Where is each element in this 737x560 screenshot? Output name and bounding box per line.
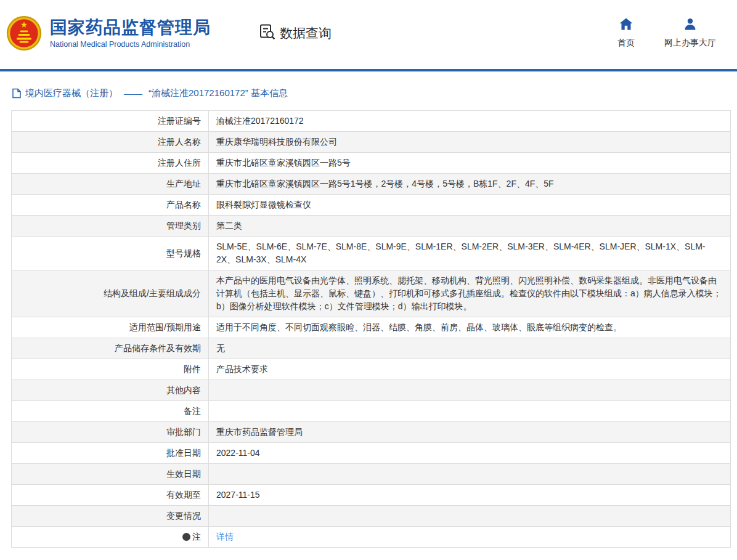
header-left: 国家药品监督管理局 National Medical Products Admi… bbox=[6, 15, 332, 51]
row-value: SLM-5E、SLM-6E、SLM-7E、SLM-8E、SLM-9E、SLM-1… bbox=[209, 237, 731, 270]
row-value: 重庆市北碚区童家溪镇园区一路5号 bbox=[209, 153, 731, 174]
row-label: 注册人名称 bbox=[12, 132, 209, 153]
info-table: 注册证编号渝械注准20172160172注册人名称重庆康华瑞明科技股份有限公司注… bbox=[11, 110, 731, 548]
row-value: 2027-11-15 bbox=[209, 485, 731, 506]
table-row: 结构及组成/主要组成成分本产品中的医用电气设备由光学体、照明系统、腮托架、移动机… bbox=[12, 270, 731, 317]
note-icon bbox=[182, 533, 190, 541]
table-row: 注册人住所重庆市北碚区童家溪镇园区一路5号 bbox=[12, 153, 731, 174]
row-value: 2022-11-04 bbox=[209, 443, 731, 464]
info-table-wrap: 注册证编号渝械注准20172160172注册人名称重庆康华瑞明科技股份有限公司注… bbox=[0, 109, 737, 554]
home-icon bbox=[619, 18, 633, 38]
row-label: 产品名称 bbox=[12, 195, 209, 216]
row-label: 生效日期 bbox=[12, 464, 209, 485]
row-label: 批准日期 bbox=[12, 443, 209, 464]
site-header: 国家药品监督管理局 National Medical Products Admi… bbox=[0, 0, 737, 69]
row-label: 产品储存条件及有效期 bbox=[12, 338, 209, 359]
row-label: 备注 bbox=[12, 401, 209, 422]
row-value: 详情 bbox=[209, 527, 731, 548]
row-value: 产品技术要求 bbox=[209, 359, 731, 380]
table-row: 生效日期 bbox=[12, 464, 731, 485]
row-value: 第二类 bbox=[209, 216, 731, 237]
table-row: 生产地址重庆市北碚区童家溪镇园区一路5号1号楼，2号楼，4号楼，5号楼，B栋1F… bbox=[12, 174, 731, 195]
row-label: 管理类别 bbox=[12, 216, 209, 237]
row-label: 附件 bbox=[12, 359, 209, 380]
row-value: 重庆市北碚区童家溪镇园区一路5号1号楼，2号楼，4号楼，5号楼，B栋1F、2F、… bbox=[209, 174, 731, 195]
row-value bbox=[209, 401, 731, 422]
nav-home-label: 首页 bbox=[617, 38, 635, 49]
table-row: 变更情况 bbox=[12, 506, 731, 527]
row-label: 审批部门 bbox=[12, 422, 209, 443]
data-query-title: 数据查询 bbox=[280, 25, 332, 42]
table-row: 型号规格SLM-5E、SLM-6E、SLM-7E、SLM-8E、SLM-9E、S… bbox=[12, 237, 731, 270]
table-row: 附件产品技术要求 bbox=[12, 359, 731, 380]
table-row: 管理类别第二类 bbox=[12, 216, 731, 237]
row-value: 眼科裂隙灯显微镜检查仪 bbox=[209, 195, 731, 216]
nav-home[interactable]: 首页 bbox=[617, 18, 635, 49]
person-icon bbox=[684, 18, 696, 38]
info-table-body: 注册证编号渝械注准20172160172注册人名称重庆康华瑞明科技股份有限公司注… bbox=[12, 111, 731, 548]
breadcrumb-category: 境内医疗器械（注册） bbox=[25, 87, 118, 99]
row-label: 适用范围/预期用途 bbox=[12, 317, 209, 338]
org-names: 国家药品监督管理局 National Medical Products Admi… bbox=[50, 18, 211, 49]
table-row: 有效期至2027-11-15 bbox=[12, 485, 731, 506]
breadcrumb: 境内医疗器械（注册） —— “渝械注准20172160172” 基本信息 bbox=[0, 71, 737, 109]
row-value: 渝械注准20172160172 bbox=[209, 111, 731, 132]
table-row: 审批部门重庆市药品监督管理局 bbox=[12, 422, 731, 443]
national-emblem-logo bbox=[6, 15, 42, 51]
row-value bbox=[209, 506, 731, 527]
row-label: 生产地址 bbox=[12, 174, 209, 195]
row-label: 结构及组成/主要组成成分 bbox=[12, 270, 209, 317]
table-row: 备注 bbox=[12, 401, 731, 422]
table-row: 注册证编号渝械注准20172160172 bbox=[12, 111, 731, 132]
data-query-icon bbox=[259, 23, 280, 43]
page-title: “渝械注准20172160172” 基本信息 bbox=[149, 87, 288, 99]
row-label: 注 bbox=[12, 527, 209, 548]
row-value: 重庆康华瑞明科技股份有限公司 bbox=[209, 132, 731, 153]
table-row: 注详情 bbox=[12, 527, 731, 548]
row-value: 本产品中的医用电气设备由光学体、照明系统、腮托架、移动机构、背光照明、闪光照明补… bbox=[209, 270, 731, 317]
table-row: 批准日期2022-11-04 bbox=[12, 443, 731, 464]
nav-service-hall-label: 网上办事大厅 bbox=[664, 38, 716, 49]
header-nav: 首页 网上办事大厅 bbox=[617, 18, 716, 49]
breadcrumb-separator: —— bbox=[124, 88, 142, 99]
row-label: 其他内容 bbox=[12, 380, 209, 401]
row-value: 适用于不同角度、不同切面观察眼睑、泪器、结膜、角膜、前房、晶体、玻璃体、眼底等组… bbox=[209, 317, 731, 338]
row-value: 无 bbox=[209, 338, 731, 359]
table-row: 其他内容 bbox=[12, 380, 731, 401]
document-icon bbox=[12, 88, 21, 99]
data-query-section: 数据查询 bbox=[259, 23, 332, 43]
row-value bbox=[209, 380, 731, 401]
detail-link[interactable]: 详情 bbox=[216, 532, 234, 542]
org-name-cn: 国家药品监督管理局 bbox=[50, 18, 211, 38]
table-row: 产品名称眼科裂隙灯显微镜检查仪 bbox=[12, 195, 731, 216]
row-label: 型号规格 bbox=[12, 237, 209, 270]
row-label: 注册证编号 bbox=[12, 111, 209, 132]
table-row: 适用范围/预期用途适用于不同角度、不同切面观察眼睑、泪器、结膜、角膜、前房、晶体… bbox=[12, 317, 731, 338]
row-value: 重庆市药品监督管理局 bbox=[209, 422, 731, 443]
row-label: 变更情况 bbox=[12, 506, 209, 527]
table-row: 产品储存条件及有效期无 bbox=[12, 338, 731, 359]
nav-service-hall[interactable]: 网上办事大厅 bbox=[664, 18, 716, 49]
table-row: 注册人名称重庆康华瑞明科技股份有限公司 bbox=[12, 132, 731, 153]
org-name-en: National Medical Products Administration bbox=[50, 40, 211, 49]
row-label: 有效期至 bbox=[12, 485, 209, 506]
row-label: 注册人住所 bbox=[12, 153, 209, 174]
row-value bbox=[209, 464, 731, 485]
